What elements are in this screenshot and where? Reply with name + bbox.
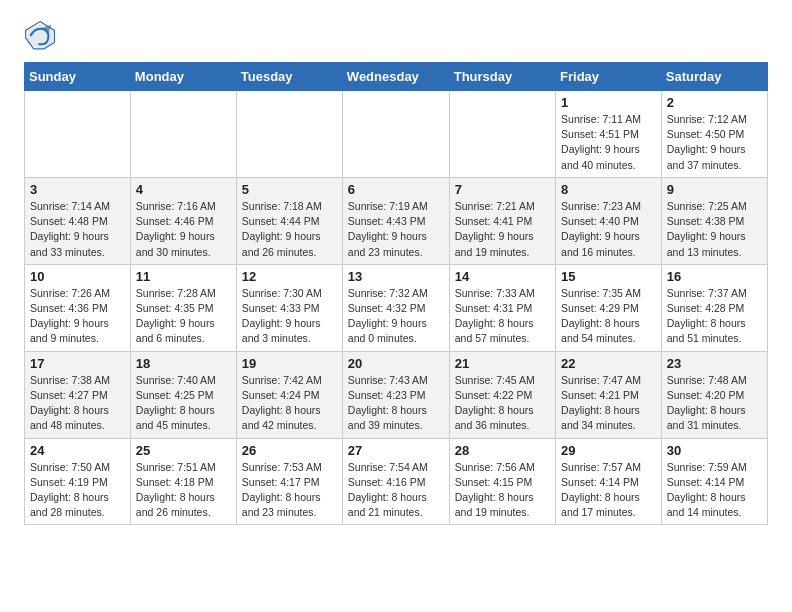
day-number: 28 (455, 443, 550, 458)
calendar-week-row: 3Sunrise: 7:14 AM Sunset: 4:48 PM Daylig… (25, 177, 768, 264)
calendar-cell: 27Sunrise: 7:54 AM Sunset: 4:16 PM Dayli… (342, 438, 449, 525)
logo (24, 20, 60, 52)
day-number: 29 (561, 443, 656, 458)
calendar-cell: 15Sunrise: 7:35 AM Sunset: 4:29 PM Dayli… (556, 264, 662, 351)
calendar-cell: 22Sunrise: 7:47 AM Sunset: 4:21 PM Dayli… (556, 351, 662, 438)
calendar-cell: 19Sunrise: 7:42 AM Sunset: 4:24 PM Dayli… (236, 351, 342, 438)
day-number: 8 (561, 182, 656, 197)
day-info: Sunrise: 7:40 AM Sunset: 4:25 PM Dayligh… (136, 373, 231, 434)
day-info: Sunrise: 7:48 AM Sunset: 4:20 PM Dayligh… (667, 373, 762, 434)
day-info: Sunrise: 7:59 AM Sunset: 4:14 PM Dayligh… (667, 460, 762, 521)
calendar-cell: 30Sunrise: 7:59 AM Sunset: 4:14 PM Dayli… (661, 438, 767, 525)
calendar-header-row: SundayMondayTuesdayWednesdayThursdayFrid… (25, 63, 768, 91)
calendar-cell: 21Sunrise: 7:45 AM Sunset: 4:22 PM Dayli… (449, 351, 555, 438)
page: SundayMondayTuesdayWednesdayThursdayFrid… (0, 0, 792, 541)
day-number: 1 (561, 95, 656, 110)
day-info: Sunrise: 7:32 AM Sunset: 4:32 PM Dayligh… (348, 286, 444, 347)
day-number: 14 (455, 269, 550, 284)
header (24, 20, 768, 52)
calendar-header-tuesday: Tuesday (236, 63, 342, 91)
day-number: 15 (561, 269, 656, 284)
day-number: 18 (136, 356, 231, 371)
day-info: Sunrise: 7:25 AM Sunset: 4:38 PM Dayligh… (667, 199, 762, 260)
day-info: Sunrise: 7:18 AM Sunset: 4:44 PM Dayligh… (242, 199, 337, 260)
day-info: Sunrise: 7:53 AM Sunset: 4:17 PM Dayligh… (242, 460, 337, 521)
calendar-week-row: 1Sunrise: 7:11 AM Sunset: 4:51 PM Daylig… (25, 91, 768, 178)
calendar-cell: 5Sunrise: 7:18 AM Sunset: 4:44 PM Daylig… (236, 177, 342, 264)
day-info: Sunrise: 7:30 AM Sunset: 4:33 PM Dayligh… (242, 286, 337, 347)
day-number: 4 (136, 182, 231, 197)
calendar-cell: 2Sunrise: 7:12 AM Sunset: 4:50 PM Daylig… (661, 91, 767, 178)
calendar-header-sunday: Sunday (25, 63, 131, 91)
calendar-cell (25, 91, 131, 178)
day-number: 3 (30, 182, 125, 197)
day-number: 2 (667, 95, 762, 110)
calendar-cell: 23Sunrise: 7:48 AM Sunset: 4:20 PM Dayli… (661, 351, 767, 438)
calendar-cell: 17Sunrise: 7:38 AM Sunset: 4:27 PM Dayli… (25, 351, 131, 438)
day-number: 17 (30, 356, 125, 371)
day-number: 9 (667, 182, 762, 197)
calendar-header-wednesday: Wednesday (342, 63, 449, 91)
calendar-header-saturday: Saturday (661, 63, 767, 91)
day-info: Sunrise: 7:19 AM Sunset: 4:43 PM Dayligh… (348, 199, 444, 260)
day-info: Sunrise: 7:56 AM Sunset: 4:15 PM Dayligh… (455, 460, 550, 521)
day-info: Sunrise: 7:14 AM Sunset: 4:48 PM Dayligh… (30, 199, 125, 260)
calendar-week-row: 17Sunrise: 7:38 AM Sunset: 4:27 PM Dayli… (25, 351, 768, 438)
calendar-cell: 28Sunrise: 7:56 AM Sunset: 4:15 PM Dayli… (449, 438, 555, 525)
day-info: Sunrise: 7:11 AM Sunset: 4:51 PM Dayligh… (561, 112, 656, 173)
day-number: 21 (455, 356, 550, 371)
day-info: Sunrise: 7:51 AM Sunset: 4:18 PM Dayligh… (136, 460, 231, 521)
calendar-cell: 18Sunrise: 7:40 AM Sunset: 4:25 PM Dayli… (130, 351, 236, 438)
day-info: Sunrise: 7:23 AM Sunset: 4:40 PM Dayligh… (561, 199, 656, 260)
day-info: Sunrise: 7:16 AM Sunset: 4:46 PM Dayligh… (136, 199, 231, 260)
day-number: 6 (348, 182, 444, 197)
day-number: 19 (242, 356, 337, 371)
day-number: 25 (136, 443, 231, 458)
calendar-header-thursday: Thursday (449, 63, 555, 91)
day-info: Sunrise: 7:26 AM Sunset: 4:36 PM Dayligh… (30, 286, 125, 347)
day-info: Sunrise: 7:38 AM Sunset: 4:27 PM Dayligh… (30, 373, 125, 434)
calendar-cell: 25Sunrise: 7:51 AM Sunset: 4:18 PM Dayli… (130, 438, 236, 525)
day-number: 5 (242, 182, 337, 197)
calendar-cell (130, 91, 236, 178)
day-info: Sunrise: 7:43 AM Sunset: 4:23 PM Dayligh… (348, 373, 444, 434)
calendar-cell (236, 91, 342, 178)
day-number: 26 (242, 443, 337, 458)
day-info: Sunrise: 7:45 AM Sunset: 4:22 PM Dayligh… (455, 373, 550, 434)
calendar-cell: 6Sunrise: 7:19 AM Sunset: 4:43 PM Daylig… (342, 177, 449, 264)
calendar-week-row: 24Sunrise: 7:50 AM Sunset: 4:19 PM Dayli… (25, 438, 768, 525)
day-info: Sunrise: 7:35 AM Sunset: 4:29 PM Dayligh… (561, 286, 656, 347)
calendar-cell: 14Sunrise: 7:33 AM Sunset: 4:31 PM Dayli… (449, 264, 555, 351)
day-number: 16 (667, 269, 762, 284)
calendar-cell: 13Sunrise: 7:32 AM Sunset: 4:32 PM Dayli… (342, 264, 449, 351)
calendar-header-friday: Friday (556, 63, 662, 91)
day-number: 10 (30, 269, 125, 284)
calendar-cell: 8Sunrise: 7:23 AM Sunset: 4:40 PM Daylig… (556, 177, 662, 264)
day-info: Sunrise: 7:28 AM Sunset: 4:35 PM Dayligh… (136, 286, 231, 347)
day-number: 11 (136, 269, 231, 284)
calendar-cell: 20Sunrise: 7:43 AM Sunset: 4:23 PM Dayli… (342, 351, 449, 438)
calendar-cell: 11Sunrise: 7:28 AM Sunset: 4:35 PM Dayli… (130, 264, 236, 351)
calendar-cell: 10Sunrise: 7:26 AM Sunset: 4:36 PM Dayli… (25, 264, 131, 351)
calendar-cell: 7Sunrise: 7:21 AM Sunset: 4:41 PM Daylig… (449, 177, 555, 264)
day-info: Sunrise: 7:21 AM Sunset: 4:41 PM Dayligh… (455, 199, 550, 260)
day-info: Sunrise: 7:33 AM Sunset: 4:31 PM Dayligh… (455, 286, 550, 347)
calendar-cell: 12Sunrise: 7:30 AM Sunset: 4:33 PM Dayli… (236, 264, 342, 351)
calendar-cell: 4Sunrise: 7:16 AM Sunset: 4:46 PM Daylig… (130, 177, 236, 264)
day-info: Sunrise: 7:47 AM Sunset: 4:21 PM Dayligh… (561, 373, 656, 434)
calendar: SundayMondayTuesdayWednesdayThursdayFrid… (24, 62, 768, 525)
calendar-cell: 1Sunrise: 7:11 AM Sunset: 4:51 PM Daylig… (556, 91, 662, 178)
calendar-cell: 29Sunrise: 7:57 AM Sunset: 4:14 PM Dayli… (556, 438, 662, 525)
day-number: 13 (348, 269, 444, 284)
calendar-cell (449, 91, 555, 178)
day-number: 12 (242, 269, 337, 284)
calendar-header-monday: Monday (130, 63, 236, 91)
day-number: 22 (561, 356, 656, 371)
day-number: 7 (455, 182, 550, 197)
calendar-cell: 9Sunrise: 7:25 AM Sunset: 4:38 PM Daylig… (661, 177, 767, 264)
day-number: 27 (348, 443, 444, 458)
calendar-cell: 24Sunrise: 7:50 AM Sunset: 4:19 PM Dayli… (25, 438, 131, 525)
logo-icon (24, 20, 56, 52)
day-info: Sunrise: 7:37 AM Sunset: 4:28 PM Dayligh… (667, 286, 762, 347)
day-info: Sunrise: 7:54 AM Sunset: 4:16 PM Dayligh… (348, 460, 444, 521)
